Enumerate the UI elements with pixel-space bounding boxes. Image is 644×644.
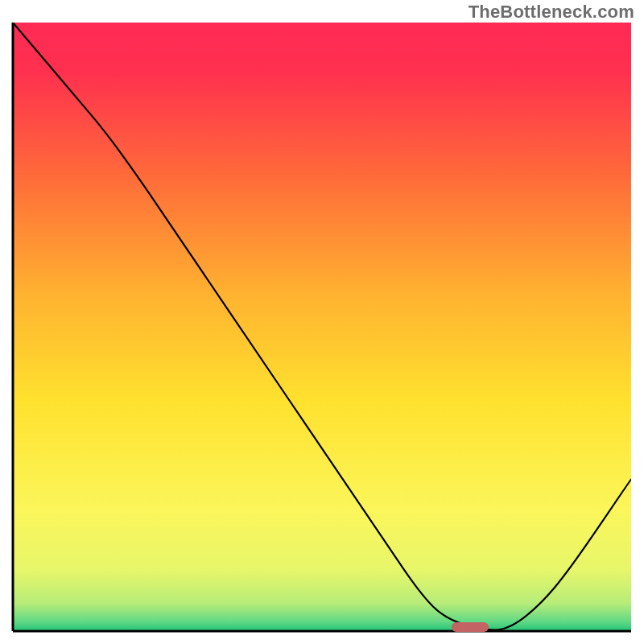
chart-svg bbox=[0, 0, 644, 644]
watermark-text: TheBottleneck.com bbox=[469, 2, 634, 23]
chart-container: TheBottleneck.com bbox=[0, 0, 644, 644]
gradient-background bbox=[13, 23, 631, 631]
optimal-marker bbox=[452, 622, 489, 632]
